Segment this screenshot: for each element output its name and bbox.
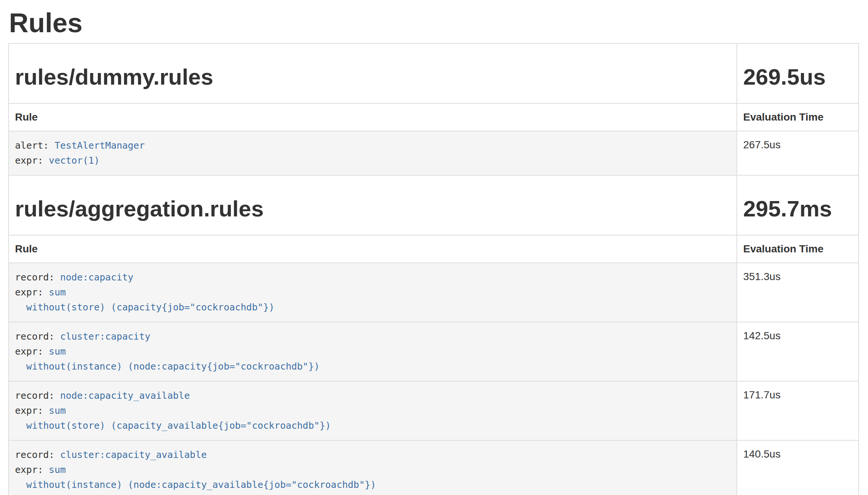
rule-definition: alert: TestAlertManager expr: vector(1) xyxy=(15,138,730,168)
rules-table: rules/dummy.rules 269.5us Rule Evaluatio… xyxy=(8,43,859,495)
rule-definition: record: cluster:capacity_available expr:… xyxy=(15,447,730,492)
rule-keyword: expr: xyxy=(15,405,43,416)
rule-definition: record: cluster:capacity expr: sum witho… xyxy=(15,329,730,374)
group-name-cell: rules/dummy.rules xyxy=(9,43,737,103)
group-name: rules/dummy.rules xyxy=(15,65,730,89)
rule-keyword: expr: xyxy=(15,464,43,475)
rule-cell: alert: TestAlertManager expr: vector(1) xyxy=(9,131,737,175)
page-title: Rules xyxy=(9,8,860,38)
rule-keyword: record: xyxy=(15,331,54,342)
rule-column-header: Rule xyxy=(9,103,737,131)
alert-name-link[interactable]: TestAlertManager xyxy=(54,140,145,151)
rule-column-header: Rule xyxy=(9,235,737,263)
rule-definition: record: node:capacity expr: sum without(… xyxy=(15,270,730,315)
group-evaluation-time: 295.7ms xyxy=(743,197,852,221)
rule-row: record: cluster:capacity expr: sum witho… xyxy=(9,322,859,381)
group-evaluation-time-cell: 295.7ms xyxy=(737,175,859,235)
rule-keyword: record: xyxy=(15,390,54,401)
evaluation-time-cell: 351.3us xyxy=(737,263,859,322)
record-name-link[interactable]: cluster:capacity xyxy=(60,331,150,342)
rule-cell: record: node:capacity expr: sum without(… xyxy=(9,263,737,322)
record-name-link[interactable]: node:capacity xyxy=(60,272,133,283)
rule-expr-link[interactable]: sum without(instance) (node:capacity_ava… xyxy=(15,464,376,490)
rule-keyword: record: xyxy=(15,272,54,283)
group-header-row: rules/dummy.rules 269.5us xyxy=(9,43,859,103)
group-name: rules/aggregation.rules xyxy=(15,197,730,221)
rule-cell: record: cluster:capacity expr: sum witho… xyxy=(9,322,737,381)
evaluation-time-cell: 171.7us xyxy=(737,381,859,440)
rule-expr-link[interactable]: sum without(store) (capacity{job="cockro… xyxy=(15,287,274,313)
column-header-row: Rule Evaluation Time xyxy=(9,103,859,131)
rule-keyword: expr: xyxy=(15,287,43,298)
rule-expr-link[interactable]: sum without(instance) (node:capacity{job… xyxy=(15,346,320,372)
rule-expr-link[interactable]: vector(1) xyxy=(49,155,99,166)
evaluation-time-cell: 267.5us xyxy=(737,131,859,175)
rule-keyword: expr: xyxy=(15,155,43,166)
column-header-row: Rule Evaluation Time xyxy=(9,235,859,263)
rule-row: record: node:capacity expr: sum without(… xyxy=(9,263,859,322)
group-evaluation-time-cell: 269.5us xyxy=(737,43,859,103)
rule-keyword: alert: xyxy=(15,140,49,151)
group-header-row: rules/aggregation.rules 295.7ms xyxy=(9,175,859,235)
rule-definition: record: node:capacity_available expr: su… xyxy=(15,388,730,433)
rule-keyword: record: xyxy=(15,449,54,460)
evaluation-time-cell: 142.5us xyxy=(737,322,859,381)
rules-page: Rules rules/dummy.rules 269.5us Rule Eva… xyxy=(8,8,860,495)
group-name-cell: rules/aggregation.rules xyxy=(9,175,737,235)
evaluation-time-column-header: Evaluation Time xyxy=(737,103,859,131)
rule-cell: record: node:capacity_available expr: su… xyxy=(9,381,737,440)
evaluation-time-column-header: Evaluation Time xyxy=(737,235,859,263)
rule-keyword: expr: xyxy=(15,346,43,357)
evaluation-time-cell: 140.5us xyxy=(737,440,859,495)
rule-row: record: cluster:capacity_available expr:… xyxy=(9,440,859,495)
rule-expr-link[interactable]: sum without(store) (capacity_available{j… xyxy=(15,405,331,431)
record-name-link[interactable]: cluster:capacity_available xyxy=(60,449,207,460)
group-evaluation-time: 269.5us xyxy=(743,65,852,89)
rule-row: record: node:capacity_available expr: su… xyxy=(9,381,859,440)
rule-row: alert: TestAlertManager expr: vector(1) … xyxy=(9,131,859,175)
rule-cell: record: cluster:capacity_available expr:… xyxy=(9,440,737,495)
record-name-link[interactable]: node:capacity_available xyxy=(60,390,190,401)
